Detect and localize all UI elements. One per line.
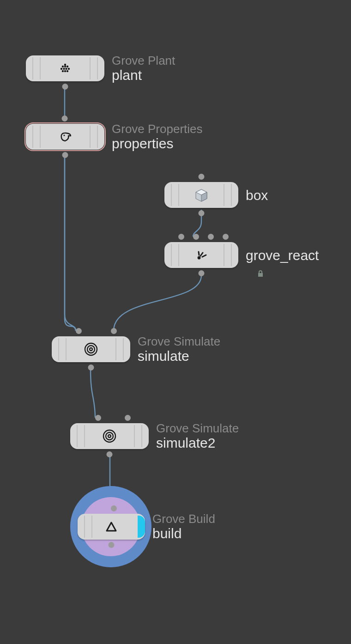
- output-port[interactable]: [199, 210, 205, 216]
- svg-point-11: [63, 134, 65, 136]
- node-build[interactable]: [78, 514, 145, 540]
- svg-point-20: [87, 346, 95, 353]
- input-port[interactable]: [111, 505, 117, 511]
- node-type-label: Grove Properties: [112, 122, 203, 136]
- seeds-icon: [57, 61, 73, 76]
- input-port[interactable]: [193, 234, 199, 240]
- input-port[interactable]: [199, 174, 205, 180]
- svg-point-23: [106, 432, 113, 440]
- node-name-label: simulate: [138, 348, 220, 364]
- svg-point-8: [62, 70, 64, 72]
- input-port[interactable]: [223, 234, 229, 240]
- output-port[interactable]: [62, 152, 68, 158]
- svg-line-16: [200, 253, 203, 256]
- rings-icon: [101, 428, 118, 444]
- node-name-label: plant: [112, 67, 175, 83]
- triangle-icon: [104, 519, 119, 534]
- svg-point-0: [64, 64, 66, 66]
- svg-point-2: [64, 66, 66, 67]
- svg-point-4: [61, 68, 62, 70]
- impact-icon: [193, 247, 210, 263]
- output-port[interactable]: [62, 84, 68, 90]
- connection-wires: [0, 0, 351, 644]
- bird-icon: [57, 128, 73, 145]
- output-port[interactable]: [107, 451, 113, 457]
- rings-icon: [83, 341, 99, 358]
- svg-point-10: [67, 70, 68, 72]
- svg-point-3: [67, 66, 68, 67]
- node-name-label: box: [246, 188, 268, 203]
- node-plant[interactable]: [26, 55, 104, 81]
- node-simulate2[interactable]: [70, 423, 149, 449]
- svg-point-24: [108, 435, 111, 437]
- node-name-label: simulate2: [156, 435, 239, 450]
- svg-point-9: [64, 70, 66, 72]
- svg-point-1: [62, 66, 64, 67]
- input-port[interactable]: [208, 234, 214, 240]
- input-port[interactable]: [125, 415, 131, 421]
- node-name-label: build: [152, 526, 215, 541]
- svg-point-5: [63, 68, 65, 70]
- output-port[interactable]: [88, 365, 94, 371]
- render-flag-tab: [138, 516, 145, 538]
- svg-line-18: [199, 252, 199, 255]
- node-type-label: Grove Build: [152, 512, 215, 526]
- node-box[interactable]: [164, 182, 238, 208]
- node-properties[interactable]: [26, 124, 104, 150]
- output-port[interactable]: [199, 270, 205, 276]
- node-simulate[interactable]: [52, 336, 130, 362]
- input-port[interactable]: [62, 115, 68, 122]
- svg-point-21: [90, 348, 92, 351]
- node-grove-react[interactable]: [164, 242, 238, 268]
- node-name-label: properties: [112, 136, 203, 151]
- cube-icon: [193, 187, 210, 203]
- input-port[interactable]: [76, 328, 82, 334]
- output-port[interactable]: [109, 542, 115, 548]
- node-type-label: Grove Simulate: [138, 335, 220, 348]
- node-type-label: Grove Simulate: [156, 422, 239, 435]
- lock-icon: [256, 269, 265, 280]
- input-port[interactable]: [178, 234, 184, 240]
- node-graph-canvas[interactable]: Grove Plant plant Grove Properties prope…: [0, 0, 351, 644]
- svg-point-15: [198, 256, 201, 260]
- node-type-label: Grove Plant: [112, 54, 175, 67]
- input-port[interactable]: [95, 415, 101, 421]
- node-name-label: grove_react: [246, 248, 319, 263]
- svg-point-6: [65, 68, 67, 70]
- svg-line-17: [202, 255, 206, 257]
- svg-point-7: [68, 68, 70, 70]
- input-port[interactable]: [111, 328, 117, 334]
